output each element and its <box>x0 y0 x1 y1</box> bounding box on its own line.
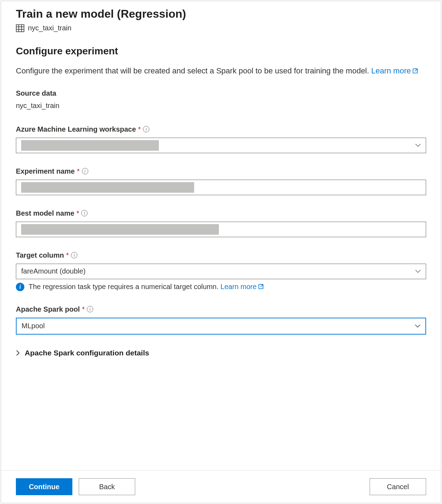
source-data-label: Source data <box>16 89 426 97</box>
best-model-field: Best model name * i <box>16 209 426 237</box>
page-title: Train a new model (Regression) <box>16 7 426 20</box>
chevron-down-icon <box>415 270 421 273</box>
spark-pool-field: Apache Spark pool * i MLpool <box>16 305 426 335</box>
workspace-label: Azure Machine Learning workspace * i <box>16 125 426 133</box>
svg-line-6 <box>415 69 417 71</box>
spark-pool-label: Apache Spark pool * i <box>16 305 426 313</box>
dialog-panel: Train a new model (Regression) nyc_taxi_… <box>1 1 441 503</box>
required-marker: * <box>82 305 85 313</box>
required-marker: * <box>66 251 69 259</box>
svg-line-8 <box>261 284 263 287</box>
info-icon[interactable]: i <box>82 168 88 174</box>
target-column-field: Target column * i fareAmount (double) i … <box>16 251 426 291</box>
best-model-input[interactable] <box>16 222 426 237</box>
workspace-field: Azure Machine Learning workspace * i <box>16 125 426 153</box>
info-badge-icon: i <box>16 283 24 291</box>
dialog-footer: Continue Back Cancel <box>1 470 441 503</box>
target-column-label: Target column * i <box>16 251 426 259</box>
external-link-icon <box>412 68 418 74</box>
chevron-down-icon <box>415 144 421 147</box>
info-icon[interactable]: i <box>143 126 149 132</box>
spark-pool-dropdown[interactable]: MLpool <box>16 318 426 335</box>
svg-rect-0 <box>16 25 24 32</box>
info-icon[interactable]: i <box>71 252 77 258</box>
experiment-name-field: Experiment name * i <box>16 167 426 195</box>
hint-learn-more-link[interactable]: Learn more <box>221 283 264 290</box>
spark-config-expander[interactable]: Apache Spark configuration details <box>16 349 426 357</box>
table-icon <box>16 24 24 32</box>
info-icon[interactable]: i <box>87 306 93 312</box>
external-link-icon <box>258 284 264 289</box>
best-model-label: Best model name * i <box>16 209 426 217</box>
redacted-value <box>21 182 194 193</box>
learn-more-link[interactable]: Learn more <box>371 66 418 75</box>
target-column-dropdown[interactable]: fareAmount (double) <box>16 264 426 279</box>
section-description: Configure the experiment that will be cr… <box>16 65 426 77</box>
dataset-name: nyc_taxi_train <box>28 24 71 32</box>
target-column-hint: i The regression task type requires a nu… <box>16 283 426 291</box>
dataset-row: nyc_taxi_train <box>16 24 426 32</box>
required-marker: * <box>77 209 79 217</box>
experiment-name-label: Experiment name * i <box>16 167 426 175</box>
dialog-content: Train a new model (Regression) nyc_taxi_… <box>1 1 441 470</box>
back-button[interactable]: Back <box>79 478 135 495</box>
experiment-name-input[interactable] <box>16 180 426 195</box>
info-icon[interactable]: i <box>81 210 88 216</box>
cancel-button[interactable]: Cancel <box>370 478 426 495</box>
required-marker: * <box>138 125 141 133</box>
section-heading: Configure experiment <box>16 46 426 57</box>
chevron-down-icon <box>415 324 420 328</box>
chevron-right-icon <box>16 350 20 356</box>
workspace-dropdown[interactable] <box>16 138 426 153</box>
continue-button[interactable]: Continue <box>16 478 72 495</box>
redacted-value <box>21 224 219 235</box>
source-data-value: nyc_taxi_train <box>16 102 426 110</box>
required-marker: * <box>77 167 80 175</box>
redacted-value <box>21 140 159 151</box>
